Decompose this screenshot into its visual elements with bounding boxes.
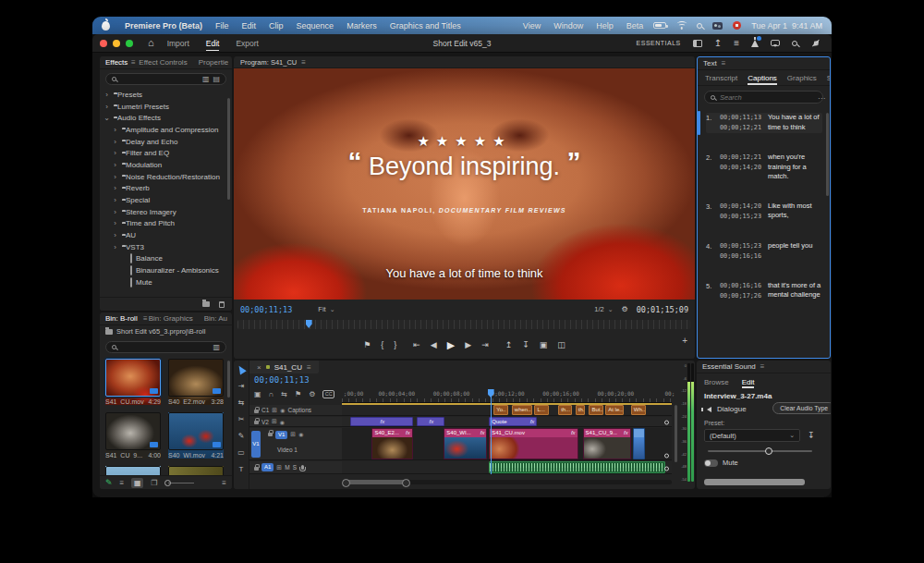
expand-arrow-icon[interactable]: ›	[112, 161, 118, 169]
video-clip[interactable]: S41_CU_9... fx	[583, 428, 631, 459]
new-custom-bin-icon[interactable]	[202, 301, 210, 307]
snap-icon[interactable]: ∩	[269, 390, 274, 398]
v2-track[interactable]: fx fx Quote fx	[342, 417, 672, 427]
export-frame-icon[interactable]: ▣	[540, 341, 548, 349]
fullscreen-icon[interactable]	[812, 39, 820, 46]
selection-tool-icon[interactable]	[236, 364, 247, 375]
expand-arrow-icon[interactable]: ›	[103, 103, 110, 111]
control-center-icon[interactable]	[712, 22, 723, 30]
timeline-horizontal-scrollbar[interactable]	[342, 480, 672, 484]
close-sequence-icon[interactable]: ×	[257, 363, 261, 372]
eye-icon[interactable]: ◉	[298, 431, 303, 437]
lock-icon[interactable]	[254, 410, 259, 413]
scrollbar-handle[interactable]	[346, 480, 407, 484]
caption-timecodes[interactable]: 00;00;16;1600;00;17;26	[720, 281, 763, 301]
expand-arrow-icon[interactable]: ›	[112, 126, 118, 134]
add-marker-icon[interactable]: ⚑	[363, 341, 371, 349]
caption-clip[interactable]: At le...	[605, 405, 624, 415]
caption-clip[interactable]: when...	[512, 405, 532, 415]
caption-row[interactable]: 2. 00;00;12;2100;00;14;20 when you're tr…	[706, 153, 822, 182]
panel-menu-icon[interactable]: ≡	[131, 58, 136, 67]
mark-in-icon[interactable]: {	[381, 341, 383, 349]
clip-thumbnail[interactable]	[168, 412, 224, 450]
v1-track[interactable]: S40_E2... fx S40_WI... fx	[342, 428, 672, 460]
effects-tree-item[interactable]: › Lumetri Presets	[100, 101, 232, 113]
clear-audio-type-button[interactable]: Clear Audio Type	[772, 402, 831, 414]
timeline-vertical-scrollbar[interactable]	[675, 405, 677, 462]
workspace-icon[interactable]	[693, 40, 702, 47]
track-target-a1[interactable]: A1	[261, 463, 274, 471]
track-dot[interactable]	[664, 421, 669, 425]
effects-tree-item[interactable]: › VST3	[100, 241, 232, 253]
mute-toggle[interactable]	[704, 459, 718, 467]
eye-icon[interactable]: ◉	[280, 419, 285, 425]
ripple-edit-tool-icon[interactable]: ⇆	[238, 398, 245, 407]
panel-tab[interactable]: Effect Controls	[139, 58, 187, 67]
wifi-icon[interactable]	[676, 21, 687, 30]
thumbnail-view-icon[interactable]: ▦	[131, 478, 143, 488]
bin-tab[interactable]: Bin: B-roll	[105, 314, 138, 323]
video-clip[interactable]: S40_WI... fx	[444, 428, 487, 459]
effects-search-input[interactable]	[120, 75, 194, 83]
go-to-in-icon[interactable]: ⇤	[413, 341, 420, 349]
panel-tab[interactable]: Effects	[105, 58, 128, 67]
battery-icon[interactable]	[653, 22, 666, 29]
comparison-view-icon[interactable]: ◫	[557, 341, 565, 349]
clip-thumbnail[interactable]	[105, 412, 161, 450]
v1-track-header[interactable]: V1 V1 ⊞ ◉ Video 1	[249, 428, 342, 460]
caption-timecodes[interactable]: 00;00;15;2300;00;16;16	[720, 241, 763, 262]
effects-filter-icon[interactable]: ▥	[202, 75, 210, 83]
media-clip-item[interactable]: S41_CU_9... 4:00	[105, 412, 161, 459]
timeline-ruler[interactable]: ;00;0000;00;04;0000;00;08;0000;00;12;000…	[342, 389, 672, 403]
effects-tree-item[interactable]: › Reverb	[100, 183, 232, 195]
expand-arrow-icon[interactable]: ›	[112, 138, 118, 146]
caption-text[interactable]: You have a lot of time to think	[768, 113, 822, 133]
edit-pencil-icon[interactable]: ✎	[105, 479, 113, 487]
workspace-label[interactable]: ESSENTIALS	[637, 40, 681, 46]
captions-visibility-icon[interactable]: CC	[322, 390, 334, 398]
video-clip[interactable]	[633, 428, 646, 459]
track-target-v1[interactable]: V1	[275, 431, 287, 439]
captions-scrollbar[interactable]	[826, 113, 829, 196]
playback-resolution-dropdown[interactable]: 1/2⌄	[594, 305, 613, 313]
expand-arrow-icon[interactable]: ›	[112, 184, 118, 192]
a1-track[interactable]	[342, 461, 672, 474]
menu-item[interactable]: Beta	[626, 21, 644, 31]
bins-scrollbar[interactable]	[227, 361, 230, 398]
source-patch-v1[interactable]: V1	[251, 431, 261, 458]
caption-text[interactable]: Like with most sports,	[768, 202, 822, 222]
lock-icon[interactable]	[268, 433, 273, 436]
timeline-timecode[interactable]: 00;00;11;13	[254, 375, 310, 385]
freeform-view-icon[interactable]: ❐	[151, 479, 157, 487]
effects-filter2-icon[interactable]: ▤	[213, 75, 220, 83]
quick-search-icon[interactable]	[792, 41, 797, 46]
bin-breadcrumb[interactable]: Short Edit v65_3.prproj\B-roll	[100, 325, 232, 337]
expand-arrow-icon[interactable]: ›	[112, 196, 118, 204]
track-id[interactable]: V2	[261, 419, 269, 425]
razor-tool-icon[interactable]: ✂	[238, 415, 245, 423]
effects-tree-item[interactable]: › Modulation	[100, 159, 232, 171]
slider-knob[interactable]	[765, 447, 772, 455]
bin-tab[interactable]: Bin: Graphics	[149, 314, 193, 323]
effects-tree-item[interactable]: › Time and Pitch	[100, 218, 232, 230]
lock-icon[interactable]	[254, 467, 259, 471]
caption-text[interactable]: people tell you	[768, 241, 822, 262]
scrubber-playhead[interactable]	[306, 320, 312, 328]
expand-arrow-icon[interactable]: ⌄	[103, 114, 110, 122]
video-clip[interactable]: S41_CU.mov fx	[489, 428, 578, 459]
expand-arrow-icon[interactable]: ›	[112, 208, 118, 216]
expand-arrow-icon[interactable]: ›	[103, 91, 110, 99]
fit-dropdown[interactable]: Fit⌄	[318, 305, 334, 313]
effects-tree-item[interactable]: › Filter and EQ	[100, 147, 232, 159]
eye-icon[interactable]: ◉	[280, 407, 285, 413]
graphic-clip[interactable]: fx	[350, 417, 413, 426]
expand-arrow-icon[interactable]: ›	[112, 219, 118, 227]
program-scrubber[interactable]	[237, 320, 691, 329]
track-dot[interactable]	[664, 467, 669, 471]
text-panel-tab[interactable]: Graphics	[787, 74, 817, 85]
save-preset-icon[interactable]: ↧	[808, 431, 815, 440]
insert-icon[interactable]: ⊞	[272, 407, 277, 414]
clip-thumbnail[interactable]	[105, 359, 161, 397]
sequence-tab[interactable]: × S41_CU ≡	[249, 361, 319, 373]
workflow-tab[interactable]: Import	[167, 36, 189, 51]
